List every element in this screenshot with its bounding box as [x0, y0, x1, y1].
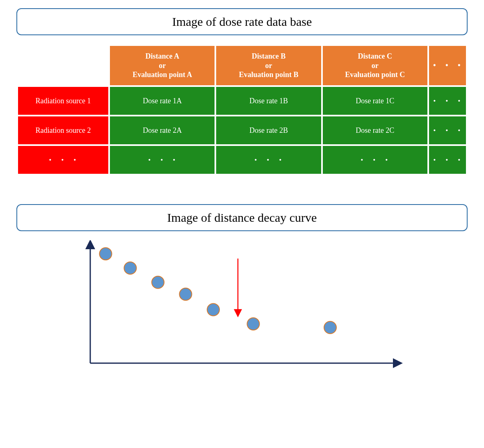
cell-1a: Dose rate 1A [110, 87, 215, 115]
decay-chart-area [78, 240, 406, 377]
table-corner-blank [18, 46, 108, 85]
cell-2a: Dose rate 2A [110, 116, 215, 144]
database-title-box: Image of dose rate data base [16, 8, 468, 35]
svg-point-6 [180, 288, 192, 300]
cell-2c: Dose rate 2C [323, 116, 427, 144]
database-title-text: Image of dose rate data base [172, 15, 312, 28]
col-header-b: Distance B or Evaluation point B [216, 46, 321, 85]
col-b-line3: Evaluation point B [239, 70, 298, 79]
cell-more-c: ・・・ [323, 146, 427, 174]
svg-point-3 [100, 248, 112, 260]
curve-title-box: Image of distance decay curve [16, 204, 468, 231]
cell-more-more: ・・・ [429, 146, 466, 174]
col-a-line1: Distance A [145, 52, 179, 60]
col-b-line1: Distance B [252, 52, 286, 60]
svg-point-9 [324, 321, 336, 334]
table-row: Radiation source 2 Dose rate 2A Dose rat… [18, 116, 466, 144]
col-c-line2: or [372, 61, 379, 70]
cell-1b: Dose rate 1B [216, 87, 321, 115]
decay-chart-svg [78, 240, 406, 375]
table-row: ・・・ ・・・ ・・・ ・・・ ・・・ [18, 146, 466, 174]
col-header-c: Distance C or Evaluation point C [323, 46, 427, 85]
col-b-line2: or [265, 61, 272, 70]
cell-2b: Dose rate 2B [216, 116, 321, 144]
table-row: Radiation source 1 Dose rate 1A Dose rat… [18, 87, 466, 115]
col-c-line1: Distance C [358, 52, 393, 60]
col-c-line3: Evaluation point C [345, 70, 405, 79]
cell-2-more: ・・・ [429, 116, 466, 144]
col-a-line3: Evaluation point A [132, 70, 192, 79]
col-header-a: Distance A or Evaluation point A [110, 46, 215, 85]
svg-point-7 [207, 304, 219, 316]
svg-point-5 [152, 276, 164, 289]
table-header-row: Distance A or Evaluation point A Distanc… [18, 46, 466, 85]
col-a-line2: or [159, 61, 166, 70]
diagram-page: Image of dose rate data base Distance A … [0, 0, 484, 393]
col-header-more: ・・・ [429, 46, 466, 85]
svg-point-4 [124, 262, 137, 274]
database-table-wrap: Distance A or Evaluation point A Distanc… [16, 44, 468, 175]
row-header-1: Radiation source 1 [18, 87, 108, 115]
cell-1-more: ・・・ [429, 87, 466, 115]
svg-point-8 [247, 318, 260, 330]
row-header-more: ・・・ [18, 146, 108, 174]
curve-title-text: Image of distance decay curve [167, 211, 317, 224]
cell-more-b: ・・・ [216, 146, 321, 174]
row-header-2: Radiation source 2 [18, 116, 108, 144]
cell-1c: Dose rate 1C [323, 87, 427, 115]
dose-rate-table: Distance A or Evaluation point A Distanc… [16, 44, 468, 175]
section-gap [16, 175, 468, 204]
cell-more-a: ・・・ [110, 146, 215, 174]
